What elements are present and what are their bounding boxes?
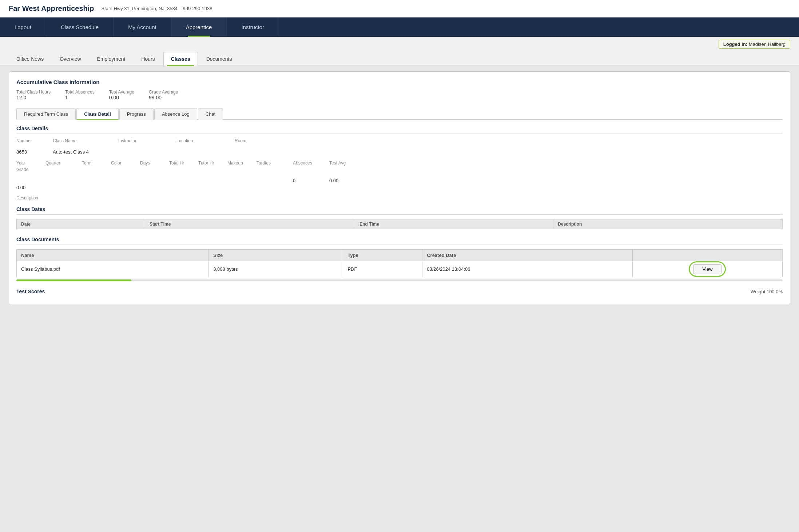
sub-nav-classes[interactable]: Classes xyxy=(163,52,198,65)
doc-action-cell: View xyxy=(632,261,782,277)
value-location xyxy=(176,149,235,155)
header-tutor-hr: Tutor Hr xyxy=(198,160,227,166)
value-days xyxy=(140,178,169,183)
document-progress-bar xyxy=(16,279,783,281)
header-class-name: Class Name xyxy=(53,138,118,143)
description-label: Description xyxy=(16,195,38,201)
accumulative-grade-average: Grade Average 99.00 xyxy=(149,90,178,100)
sub-nav-office-news[interactable]: Office News xyxy=(9,52,51,65)
class-details-section: Class Details Number Class Name Instruct… xyxy=(16,126,783,201)
dates-col-description: Description xyxy=(553,219,783,229)
dates-col-end-time: End Time xyxy=(355,219,553,229)
header-year: Year xyxy=(16,160,45,166)
main-nav: Logout Class Schedule My Account Apprent… xyxy=(0,17,799,37)
value-test-avg: 0.00 xyxy=(329,178,358,183)
header-days: Days xyxy=(140,160,169,166)
inner-tab-progress[interactable]: Progress xyxy=(119,108,154,120)
class-dates-section: Class Dates Date Start Time End Time Des… xyxy=(16,206,783,229)
inner-tab-class-detail[interactable]: Class Detail xyxy=(76,108,119,120)
value-makeup xyxy=(227,178,257,183)
logged-in-user: Madisen Hallberg xyxy=(749,41,786,47)
value-term xyxy=(82,178,111,183)
logged-in-badge: Logged In: Madisen Hallberg xyxy=(719,40,790,49)
docs-table-body: Class Syllabus.pdf 3,808 bytes PDF 03/26… xyxy=(17,261,783,277)
nav-item-logout[interactable]: Logout xyxy=(0,17,46,37)
test-scores-weight: Weight 100.0% xyxy=(751,289,783,294)
docs-col-created: Created Date xyxy=(422,250,633,261)
docs-table: Name Size Type Created Date Class Syllab… xyxy=(16,249,783,277)
test-scores-title: Test Scores xyxy=(16,289,45,294)
value-tutor-hr xyxy=(198,178,227,183)
view-document-button[interactable]: View xyxy=(693,264,722,274)
class-stats-value-row: 0 0.00 0.00 xyxy=(16,178,783,190)
inner-tab-required-term-class[interactable]: Required Term Class xyxy=(16,108,76,120)
logged-in-bar: Logged In: Madisen Hallberg xyxy=(0,37,799,52)
value-room xyxy=(235,149,271,155)
doc-size: 3,808 bytes xyxy=(209,261,343,277)
header-color: Color xyxy=(111,160,140,166)
value-absences: 0 xyxy=(293,178,329,183)
dates-col-start-time: Start Time xyxy=(145,219,355,229)
value-class-name: Auto-test Class 4 xyxy=(53,149,118,155)
header-tardies: Tardies xyxy=(257,160,293,166)
class-details-title: Class Details xyxy=(16,126,783,134)
value-color xyxy=(111,178,140,183)
value-grade: 0.00 xyxy=(16,185,45,190)
docs-col-name: Name xyxy=(17,250,209,261)
value-quarter xyxy=(45,178,82,183)
doc-type: PDF xyxy=(343,261,422,277)
progress-bar-fill xyxy=(16,279,131,281)
value-instructor xyxy=(118,149,176,155)
accumulative-grid: Total Class Hours 12.0 Total Absences 1 … xyxy=(16,90,783,100)
test-scores-section: Test Scores Weight 100.0% xyxy=(16,289,783,294)
class-stats-header-row: Year Quarter Term Color Days Total Hr Tu… xyxy=(16,160,783,172)
accumulative-total-absences: Total Absences 1 xyxy=(65,90,95,100)
doc-created-date: 03/26/2024 13:04:06 xyxy=(422,261,633,277)
header-term: Term xyxy=(82,160,111,166)
view-btn-container: View xyxy=(693,264,722,274)
sub-nav-overview[interactable]: Overview xyxy=(52,52,88,65)
accumulative-heading: Accumulative Class Information xyxy=(16,79,783,85)
class-documents-section: Class Documents Name Size Type Created D… xyxy=(16,237,783,281)
class-documents-title: Class Documents xyxy=(16,237,783,245)
logged-in-label: Logged In: xyxy=(723,41,747,47)
dates-table: Date Start Time End Time Description xyxy=(16,219,783,229)
page-content: Accumulative Class Information Total Cla… xyxy=(0,65,799,311)
sub-nav-documents[interactable]: Documents xyxy=(199,52,240,65)
site-address: State Hwy 31, Pennington, NJ, 8534 999-2… xyxy=(102,6,212,11)
accumulative-test-average: Test Average 0.00 xyxy=(109,90,134,100)
description-row: Description xyxy=(16,195,783,201)
dates-col-date: Date xyxy=(17,219,145,229)
accumulative-total-class-hours: Total Class Hours 12.0 xyxy=(16,90,51,100)
header-grade: Grade xyxy=(16,167,45,172)
inner-tab-absence-log[interactable]: Absence Log xyxy=(154,108,197,120)
doc-row: Class Syllabus.pdf 3,808 bytes PDF 03/26… xyxy=(17,261,783,277)
value-tardies xyxy=(257,178,293,183)
header-makeup: Makeup xyxy=(227,160,257,166)
docs-col-action xyxy=(632,250,782,261)
header-test-avg: Test Avg xyxy=(329,160,358,166)
nav-item-instructor[interactable]: Instructor xyxy=(227,17,279,37)
site-header: Far West Apprenticeship State Hwy 31, Pe… xyxy=(0,0,799,17)
doc-name: Class Syllabus.pdf xyxy=(17,261,209,277)
value-year xyxy=(16,178,45,183)
nav-item-apprentice[interactable]: Apprentice xyxy=(171,17,227,37)
sub-nav-hours[interactable]: Hours xyxy=(134,52,162,65)
docs-col-type: Type xyxy=(343,250,422,261)
header-location: Location xyxy=(176,138,235,143)
accumulative-section: Accumulative Class Information Total Cla… xyxy=(16,79,783,100)
class-dates-title: Class Dates xyxy=(16,206,783,215)
value-total-hr xyxy=(169,178,198,183)
sub-nav-employment[interactable]: Employment xyxy=(90,52,133,65)
sub-nav: Office News Overview Employment Hours Cl… xyxy=(0,52,799,65)
value-number: 8653 xyxy=(16,149,53,155)
class-detail-value-row: 8653 Auto-test Class 4 xyxy=(16,149,783,155)
header-number: Number xyxy=(16,138,53,143)
inner-tab-chat[interactable]: Chat xyxy=(198,108,223,120)
inner-tabs: Required Term Class Class Detail Progres… xyxy=(16,108,783,120)
nav-item-class-schedule[interactable]: Class Schedule xyxy=(46,17,114,37)
nav-item-my-account[interactable]: My Account xyxy=(114,17,171,37)
docs-col-size: Size xyxy=(209,250,343,261)
header-room: Room xyxy=(235,138,271,143)
header-quarter: Quarter xyxy=(45,160,82,166)
